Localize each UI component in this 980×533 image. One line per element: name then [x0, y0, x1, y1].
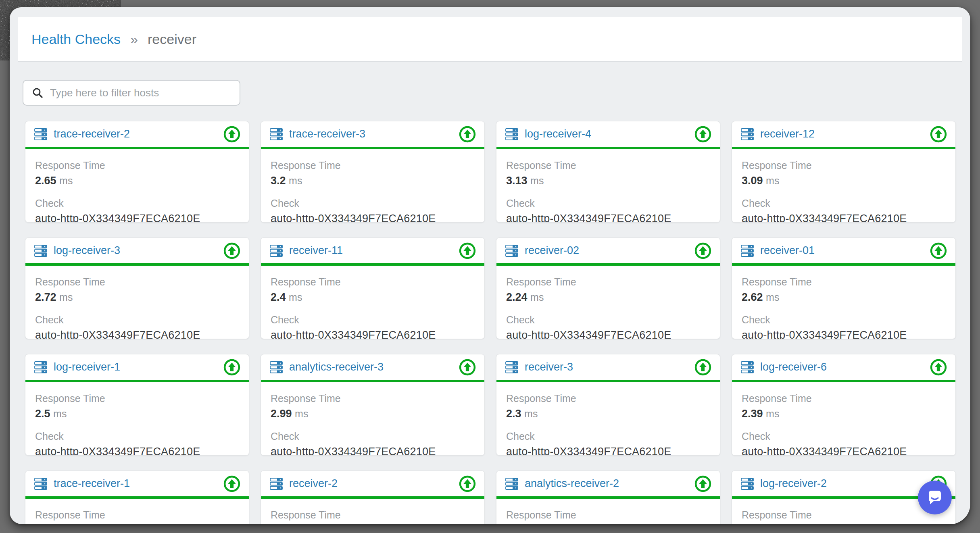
- check-value: auto-http-0X334349F7ECA6210E: [742, 212, 946, 223]
- host-card-header: log-receiver-3: [25, 238, 249, 263]
- response-time-value: 2.24 ms: [506, 291, 710, 304]
- check-value: auto-http-0X334349F7ECA6210E: [271, 446, 475, 456]
- response-time-value: 2.62 ms: [742, 291, 946, 304]
- host-card-header: log-receiver-4: [496, 121, 720, 147]
- check-value: auto-http-0X334349F7ECA6210E: [506, 329, 710, 339]
- host-link[interactable]: log-receiver-1: [54, 361, 217, 373]
- response-time-label: Response Time: [506, 160, 710, 171]
- server-icon: [34, 361, 47, 373]
- host-card-header: trace-receiver-2: [25, 121, 249, 147]
- host-card-body: Response Time 2.4 ms Check auto-http-0X3…: [261, 266, 484, 339]
- response-time-number: 3.2: [271, 175, 286, 187]
- response-time-number: 3.09: [742, 175, 763, 187]
- host-link[interactable]: analytics-receiver-2: [525, 477, 688, 490]
- ms-unit: ms: [766, 291, 779, 303]
- host-card-header: analytics-receiver-3: [261, 354, 484, 380]
- host-link[interactable]: receiver-01: [760, 244, 923, 257]
- host-card-body: Response Time 2.3 ms Check auto-http-0X3…: [496, 382, 720, 456]
- response-time-number: 2.4: [271, 291, 286, 303]
- host-card-body: Response Time 2.72 ms Check auto-http-0X…: [25, 266, 249, 339]
- ms-unit: ms: [289, 175, 302, 186]
- server-icon: [505, 245, 518, 257]
- host-link[interactable]: log-receiver-2: [760, 477, 923, 490]
- host-link[interactable]: trace-receiver-2: [54, 128, 217, 140]
- host-link[interactable]: trace-receiver-3: [289, 128, 452, 140]
- arrow-circle-up-icon: [694, 125, 712, 143]
- host-card-header: receiver-2: [261, 471, 484, 496]
- check-value: auto-http-0X334349F7ECA6210E: [35, 212, 239, 223]
- response-time-number: 2.24: [506, 291, 528, 303]
- arrow-circle-up-icon: [459, 242, 476, 260]
- server-icon: [34, 245, 47, 257]
- host-card-header: receiver-3: [496, 354, 720, 380]
- response-time-number: 2.3: [506, 408, 521, 420]
- host-filter-box[interactable]: [23, 80, 240, 106]
- check-label: Check: [271, 431, 475, 442]
- server-icon: [270, 478, 283, 490]
- host-link[interactable]: log-receiver-4: [525, 128, 688, 140]
- host-card: receiver-01 Response Time 2.62 ms Check …: [732, 237, 956, 339]
- check-label: Check: [742, 198, 946, 209]
- response-time-value: 2.99 ms: [271, 408, 475, 420]
- response-time-number: 2.72: [35, 291, 56, 303]
- host-link[interactable]: receiver-3: [525, 361, 688, 373]
- check-value: auto-http-0X334349F7ECA6210E: [35, 446, 239, 456]
- host-filter-input[interactable]: [50, 87, 231, 99]
- host-card-body: Response Time ms Check: [496, 499, 720, 524]
- breadcrumb-link-health-checks[interactable]: Health Checks: [31, 31, 121, 47]
- breadcrumb-bar: Health Checks » receiver: [18, 17, 962, 62]
- response-time-number: 2.39: [742, 408, 763, 420]
- host-card: trace-receiver-2 Response Time 2.65 ms C…: [25, 121, 249, 223]
- arrow-circle-up-icon: [223, 475, 241, 493]
- host-card-body: Response Time 2.5 ms Check auto-http-0X3…: [25, 382, 249, 456]
- host-card: log-receiver-1 Response Time 2.5 ms Chec…: [25, 354, 249, 456]
- response-time-label: Response Time: [35, 509, 239, 521]
- host-card: analytics-receiver-3 Response Time 2.99 …: [261, 354, 485, 456]
- response-time-label: Response Time: [271, 393, 475, 404]
- host-link[interactable]: trace-receiver-1: [54, 477, 217, 490]
- host-link[interactable]: receiver-02: [525, 244, 688, 257]
- host-card: receiver-11 Response Time 2.4 ms Check a…: [261, 237, 485, 339]
- host-link[interactable]: receiver-11: [289, 244, 452, 257]
- breadcrumb-current: receiver: [148, 31, 196, 47]
- host-card-body: Response Time ms Check: [261, 499, 484, 524]
- host-link[interactable]: log-receiver-6: [760, 361, 923, 373]
- ms-unit: ms: [289, 291, 302, 303]
- response-time-label: Response Time: [742, 509, 946, 521]
- arrow-circle-up-icon: [930, 358, 947, 376]
- check-label: Check: [271, 198, 475, 209]
- server-icon: [741, 478, 754, 490]
- host-link[interactable]: receiver-12: [760, 128, 923, 140]
- chat-bubble-icon: [926, 488, 944, 507]
- server-icon: [270, 128, 283, 140]
- ms-unit: ms: [530, 291, 544, 303]
- server-icon: [505, 478, 518, 490]
- arrow-circle-up-icon: [930, 242, 947, 260]
- check-label: Check: [742, 431, 946, 442]
- check-label: Check: [35, 431, 239, 442]
- host-card: trace-receiver-3 Response Time 3.2 ms Ch…: [261, 121, 485, 223]
- breadcrumb-separator-icon: »: [130, 31, 138, 47]
- response-time-label: Response Time: [35, 276, 239, 288]
- host-card: receiver-3 Response Time 2.3 ms Check au…: [496, 354, 720, 456]
- host-link[interactable]: log-receiver-3: [54, 244, 217, 257]
- ms-unit: ms: [59, 175, 73, 186]
- chat-launcher-button[interactable]: [918, 481, 952, 514]
- host-card-body: Response Time 2.65 ms Check auto-http-0X…: [25, 149, 249, 223]
- host-link[interactable]: receiver-2: [289, 477, 452, 490]
- response-time-value: 2.3 ms: [506, 408, 710, 420]
- ms-unit: ms: [766, 408, 779, 419]
- ms-unit: ms: [295, 408, 308, 419]
- arrow-circle-up-icon: [459, 125, 476, 143]
- host-card-body: Response Time 3.13 ms Check auto-http-0X…: [496, 149, 720, 223]
- check-value: auto-http-0X334349F7ECA6210E: [506, 446, 710, 456]
- host-link[interactable]: analytics-receiver-3: [289, 361, 452, 373]
- check-label: Check: [35, 314, 239, 326]
- check-label: Check: [506, 431, 710, 442]
- host-card: receiver-12 Response Time 3.09 ms Check …: [732, 121, 956, 223]
- host-card-body: Response Time 2.62 ms Check auto-http-0X…: [732, 266, 955, 339]
- check-label: Check: [506, 314, 710, 326]
- check-value: auto-http-0X334349F7ECA6210E: [506, 212, 710, 223]
- response-time-number: 2.5: [35, 408, 50, 420]
- check-value: auto-http-0X334349F7ECA6210E: [271, 212, 475, 223]
